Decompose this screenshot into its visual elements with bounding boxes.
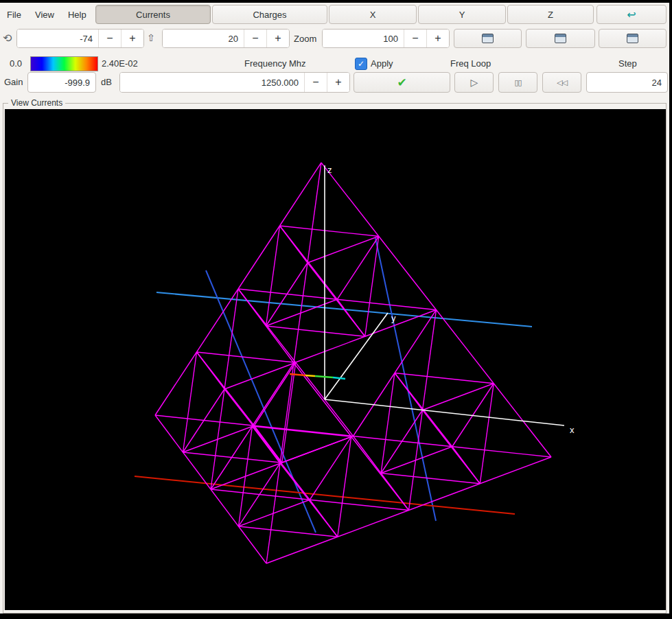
capture-image-button-1[interactable]: [454, 29, 522, 48]
frequency-input[interactable]: 1250.000: [120, 73, 304, 92]
axis-y-button-label: Y: [459, 10, 465, 20]
wire-segment: [183, 452, 282, 463]
wire-segment: [381, 474, 480, 484]
capture-image-button-3[interactable]: [599, 29, 667, 48]
play-icon: ▷: [471, 77, 478, 88]
gain-value-field[interactable]: -999.9: [27, 72, 96, 93]
wire-segment: [333, 377, 345, 379]
pause-icon: ▯▯: [514, 78, 521, 87]
wire-segment: [381, 373, 395, 474]
menu-help[interactable]: Help: [61, 5, 93, 24]
reset-view-button[interactable]: ↩: [596, 5, 667, 24]
apply-frequency-button[interactable]: ✔: [354, 72, 450, 93]
wire-segment: [452, 447, 551, 457]
wire-segment: [197, 352, 296, 362]
menubar: File View Help: [0, 3, 93, 26]
wire-segment: [315, 376, 333, 377]
wire-segment: [238, 289, 337, 299]
axis-label-z: z: [327, 165, 332, 175]
axis-y-button[interactable]: Y: [418, 5, 506, 24]
elevation-increment-button[interactable]: +: [266, 30, 289, 47]
wire-segment: [310, 436, 351, 500]
wire-segment: [239, 526, 338, 537]
axis-z-button[interactable]: Z: [507, 5, 594, 24]
azimuth-input[interactable]: -74: [17, 30, 98, 47]
wire-segment: [254, 425, 282, 463]
tab-currents[interactable]: Currents: [95, 5, 211, 24]
wire-segment: [183, 352, 197, 452]
rotate-icon: ⟲: [3, 32, 12, 45]
wire-segment: [395, 310, 437, 373]
wire-segment: [308, 236, 379, 263]
menu-view[interactable]: View: [28, 5, 61, 24]
step-value: 24: [652, 78, 662, 88]
wire-segment: [280, 226, 379, 236]
wire-segment: [239, 426, 253, 526]
gain-label: Gain: [4, 77, 23, 87]
azimuth-increment-button[interactable]: +: [121, 30, 143, 47]
wire-segment: [239, 526, 267, 563]
app-window: File View Help Currents Charges X Y Z ↩ …: [0, 3, 669, 614]
freq-loop-pause-button[interactable]: ▯▯: [498, 72, 537, 93]
wire-segment: [266, 463, 280, 563]
db-label: dB: [101, 77, 112, 87]
zoom-increment-button[interactable]: +: [426, 30, 449, 47]
colorbar: [30, 56, 98, 71]
wire-segment: [266, 326, 365, 336]
wire-segment: [155, 415, 254, 425]
apply-checkbox[interactable]: ✓: [355, 58, 367, 70]
freq-loop-label: Freq Loop: [450, 58, 491, 69]
wire-segment: [183, 389, 225, 452]
capture-image-button-2[interactable]: [526, 29, 595, 48]
freq-loop-rewind-button[interactable]: ◁◁: [542, 72, 581, 93]
elevation-icon: ⇧: [147, 32, 155, 43]
axis-x-button[interactable]: X: [329, 5, 417, 24]
frequency-increment-button[interactable]: +: [327, 73, 349, 92]
wire-segment: [224, 289, 238, 389]
wire-segment: [238, 289, 296, 362]
wire-segment: [480, 384, 494, 484]
green-check-icon: ✔: [397, 75, 406, 90]
wire-segment: [494, 384, 551, 457]
freq-loop-play-button[interactable]: ▷: [454, 72, 494, 93]
wire-segment: [211, 489, 310, 500]
tab-charges-label: Charges: [253, 10, 286, 20]
wire-segment: [305, 375, 315, 376]
wire-segment: [452, 447, 480, 484]
wire-segment: [266, 537, 338, 563]
wire-segment: [308, 163, 321, 263]
axis-label-y: y: [391, 313, 396, 323]
axis-x-button-label: X: [370, 10, 376, 20]
wire-segment: [197, 352, 255, 425]
frequency-decrement-button[interactable]: −: [304, 73, 327, 92]
elevation-decrement-button[interactable]: −: [244, 30, 266, 47]
axis-z-button-label: Z: [548, 10, 553, 20]
wire-segment: [253, 426, 351, 436]
wire-segment: [365, 236, 379, 336]
wire-segment: [365, 310, 437, 337]
wire-segment: [155, 415, 183, 452]
zoom-input[interactable]: 100: [323, 30, 404, 47]
wire-segment: [379, 236, 437, 310]
frequency-label: Frequency Mhz: [244, 58, 306, 69]
zoom-label: Zoom: [294, 34, 316, 44]
wire-segment: [266, 263, 308, 326]
azimuth-decrement-button[interactable]: −: [98, 30, 121, 47]
step-value-field[interactable]: 24: [586, 72, 668, 93]
zoom-decrement-button[interactable]: −: [404, 30, 426, 47]
viewport-canvas[interactable]: xyz: [5, 109, 666, 610]
rewind-icon: ◁◁: [557, 78, 567, 87]
wire-segment: [423, 384, 494, 410]
wire-segment: [211, 489, 239, 526]
elevation-input[interactable]: 20: [163, 30, 244, 47]
wire-segment: [254, 425, 353, 436]
menu-file[interactable]: File: [0, 5, 28, 24]
tab-charges[interactable]: Charges: [212, 5, 327, 24]
wire-segment: [266, 326, 294, 363]
wire-segment: [239, 463, 281, 526]
wire-segment: [381, 474, 409, 511]
wire-segment: [280, 163, 322, 226]
apply-label: Apply: [371, 58, 393, 69]
wire-segment: [354, 436, 382, 474]
wire-segment: [337, 236, 379, 299]
